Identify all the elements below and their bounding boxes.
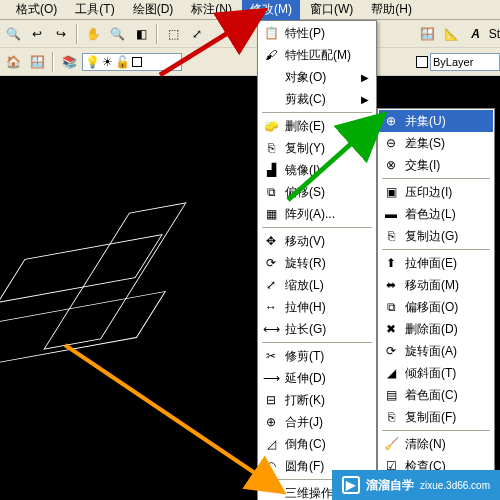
menu-item-label: 拉伸面(E) (405, 255, 457, 272)
menu-item[interactable]: ⬆拉伸面(E) (379, 252, 493, 274)
layer-select[interactable]: 💡 ☀ 🔓 (82, 53, 182, 71)
menu-item[interactable]: 🧹清除(N) (379, 433, 493, 455)
menu-item-label: 偏移(S) (285, 184, 325, 201)
menu-format[interactable]: 格式(O) (8, 0, 65, 20)
menu-item-label: 镜像(I) (285, 162, 320, 179)
watermark: ▶ 溜溜自学 zixue.3d66.com (332, 470, 500, 500)
separator-icon (76, 24, 78, 44)
menu-item[interactable]: 📋特性(P) (259, 22, 375, 44)
menu-item[interactable]: ⟳旋转(R) (259, 252, 375, 274)
menu-item[interactable]: 剪裁(C)▶ (259, 88, 375, 110)
menu-item[interactable]: ⟶延伸(D) (259, 367, 375, 389)
menu-item[interactable]: ⊗交集(I) (379, 154, 493, 176)
menu-item[interactable]: ◢倾斜面(T) (379, 362, 493, 384)
menu-item[interactable]: ⧉偏移(S) (259, 181, 375, 203)
menu-item[interactable]: ⧉偏移面(O) (379, 296, 493, 318)
menu-item-label: 倾斜面(T) (405, 365, 456, 382)
menu-item[interactable]: 🧽删除(E) (259, 115, 375, 137)
style-label: St (489, 27, 500, 41)
menu-item[interactable]: ▣压印边(I) (379, 181, 493, 203)
tb-btn[interactable]: ⤢ (186, 23, 208, 45)
tb-btn[interactable]: ↩ (26, 23, 48, 45)
color-swatch[interactable] (416, 56, 428, 68)
menu-item[interactable]: ⬌移动面(M) (379, 274, 493, 296)
tb-zoom[interactable]: 🔍 (106, 23, 128, 45)
blank-icon (263, 69, 279, 85)
menu-item[interactable]: ⊟打断(K) (259, 389, 375, 411)
tb-btn[interactable]: ⬚ (162, 23, 184, 45)
menu-item[interactable]: ✖删除面(D) (379, 318, 493, 340)
taperface-icon: ◢ (383, 365, 399, 381)
lock-icon: 🔓 (115, 55, 130, 69)
menu-item[interactable]: ⎘复制面(F) (379, 406, 493, 428)
solid-edit-submenu: ⊕并集(U)⊖差集(S)⊗交集(I)▣压印边(I)▬着色边(L)⎘复制边(G)⬆… (377, 108, 495, 479)
tb-btn[interactable]: 🪟 (26, 51, 48, 73)
menu-item[interactable]: ▬着色边(L) (379, 203, 493, 225)
menu-item[interactable]: ◿倒角(C) (259, 433, 375, 455)
tb-pan[interactable]: ✋ (82, 23, 104, 45)
menu-item-label: 旋转(R) (285, 255, 326, 272)
bylayer-select[interactable]: ByLayer (430, 53, 500, 71)
tb-btn[interactable]: 🔍 (2, 23, 24, 45)
menu-dim[interactable]: 标注(N) (183, 0, 240, 20)
clean-icon: 🧹 (383, 436, 399, 452)
menu-item[interactable]: ⎘复制边(G) (379, 225, 493, 247)
lengthen-icon: ⟷ (263, 321, 279, 337)
menu-item-label: 拉伸(H) (285, 299, 326, 316)
rotate-icon: ⟳ (263, 255, 279, 271)
menu-separator (262, 227, 372, 228)
tb-btn[interactable]: ◧ (130, 23, 152, 45)
menu-tools[interactable]: 工具(T) (67, 0, 122, 20)
color-swatch (132, 57, 142, 67)
menu-item-label: 对象(O) (285, 69, 326, 86)
layer-icon[interactable]: 📚 (58, 51, 80, 73)
menu-draw[interactable]: 绘图(D) (125, 0, 182, 20)
menu-item[interactable]: ⤢缩放(L) (259, 274, 375, 296)
menu-item[interactable]: 🖌特性匹配(M) (259, 44, 375, 66)
menu-item[interactable]: ▦阵列(A)... (259, 203, 375, 225)
menu-item-label: 剪裁(C) (285, 91, 326, 108)
menubar: 格式(O) 工具(T) 绘图(D) 标注(N) 修改(M) 窗口(W) 帮助(H… (0, 0, 500, 20)
scale-icon: ⤢ (263, 277, 279, 293)
menu-help[interactable]: 帮助(H) (363, 0, 420, 20)
menu-separator (382, 249, 490, 250)
menu-item[interactable]: ▤着色面(C) (379, 384, 493, 406)
menu-item-label: 缩放(L) (285, 277, 324, 294)
tb-btn[interactable]: 📐 (441, 23, 463, 45)
erase-icon: 🧽 (263, 118, 279, 134)
rotateface-icon: ⟳ (383, 343, 399, 359)
tb-btn[interactable]: A (465, 23, 487, 45)
menu-item-label: 延伸(D) (285, 370, 326, 387)
tb-btn[interactable]: ↪ (50, 23, 72, 45)
menu-item[interactable]: ⟳旋转面(A) (379, 340, 493, 362)
menu-item-label: 差集(S) (405, 135, 445, 152)
coloredge-icon: ▬ (383, 206, 399, 222)
menu-item[interactable]: ▟镜像(I) (259, 159, 375, 181)
menu-item[interactable]: ⎘复制(Y) (259, 137, 375, 159)
menu-item[interactable]: ↔拉伸(H) (259, 296, 375, 318)
tb-btn[interactable]: 🪟 (417, 23, 439, 45)
menu-item[interactable]: ✂修剪(T) (259, 345, 375, 367)
chamfer-icon: ◿ (263, 436, 279, 452)
toolbar-row-1: 🔍 ↩ ↪ ✋ 🔍 ◧ ⬚ ⤢ 🪟 📐 A St (0, 20, 500, 48)
copyface-icon: ⎘ (383, 409, 399, 425)
watermark-brand: 溜溜自学 (366, 477, 414, 494)
menu-item[interactable]: ⊕并集(U) (379, 110, 493, 132)
watermark-url: zixue.3d66.com (420, 480, 490, 491)
menu-item-label: 移动面(M) (405, 277, 459, 294)
home-icon[interactable]: 🏠 (2, 51, 24, 73)
menu-item-label: 倒角(C) (285, 436, 326, 453)
menu-item-label: 复制面(F) (405, 409, 456, 426)
toolbar-row-2: 🏠 🪟 📚 💡 ☀ 🔓 ByLayer (0, 48, 500, 76)
menu-item[interactable]: ✥移动(V) (259, 230, 375, 252)
menu-item[interactable]: ⊖差集(S) (379, 132, 493, 154)
menu-window[interactable]: 窗口(W) (302, 0, 361, 20)
menu-item[interactable]: ⟷拉长(G) (259, 318, 375, 340)
menu-modify[interactable]: 修改(M) (242, 0, 300, 20)
menu-item[interactable]: ⊕合并(J) (259, 411, 375, 433)
join-icon: ⊕ (263, 414, 279, 430)
array-icon: ▦ (263, 206, 279, 222)
menu-item-label: 移动(V) (285, 233, 325, 250)
menu-item[interactable]: 对象(O)▶ (259, 66, 375, 88)
subtract-icon: ⊖ (383, 135, 399, 151)
